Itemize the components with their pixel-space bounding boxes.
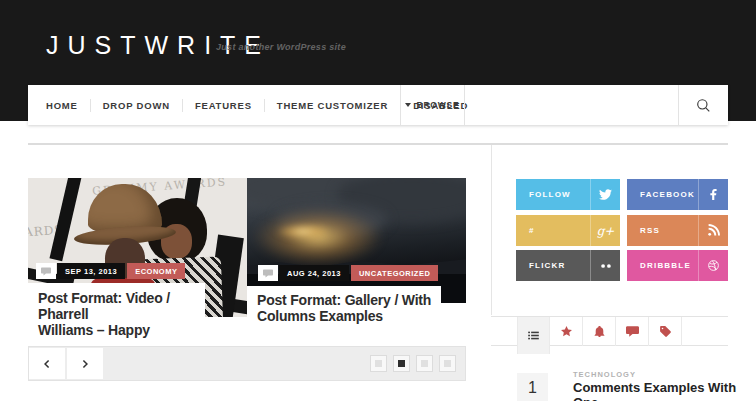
rss-icon — [707, 224, 720, 237]
social-button-rss[interactable]: RSS — [627, 215, 728, 246]
popular-post-category[interactable]: TECHNOLOGY — [573, 370, 636, 379]
page-dots — [371, 356, 455, 371]
browse-dropdown[interactable]: BROWSE — [400, 85, 465, 125]
twitter-icon — [599, 188, 612, 201]
comments-link[interactable] — [36, 263, 56, 279]
next-page-button[interactable] — [67, 348, 103, 379]
social-label: FOLLOW — [516, 190, 590, 199]
popular-post-title[interactable]: Comments Examples With One — [573, 380, 756, 401]
search-button[interactable] — [678, 85, 728, 125]
social-button-facebook[interactable]: FACEBOOK — [627, 179, 728, 210]
post-title-plate: Post Format: Video / Pharrell Williams –… — [28, 283, 205, 333]
post-title-line: Post Format: Gallery / With — [257, 292, 441, 308]
nav-item-theme-customizer[interactable]: THEME CUSTOMIZER — [265, 100, 400, 111]
list-icon — [527, 329, 540, 342]
caret-down-icon — [405, 103, 411, 107]
flickr-icon — [599, 259, 613, 273]
post-date: AUG 24, 2013 — [279, 265, 349, 281]
comments-link[interactable] — [258, 265, 278, 281]
post-category[interactable]: UNCATEGORIZED — [351, 265, 438, 281]
nav-item-features[interactable]: FEATURES — [183, 100, 264, 111]
popular-post-rank: 1 — [517, 373, 548, 401]
tag-icon — [659, 325, 672, 338]
social-label: # — [516, 226, 590, 235]
social-label: DRIBBBLE — [627, 261, 698, 270]
page-dot[interactable] — [371, 356, 386, 371]
page-dot-active[interactable] — [394, 356, 409, 371]
facebook-icon — [707, 188, 720, 201]
comment-icon — [263, 269, 273, 278]
post-meta: SEP 13, 2013 ECONOMY — [36, 263, 185, 279]
search-icon — [695, 97, 712, 114]
post-title-line: Columns Examples — [257, 308, 441, 324]
dribbble-icon — [707, 259, 720, 272]
social-button-google-plus[interactable]: # g+ — [516, 215, 620, 246]
tab-notifications[interactable] — [583, 317, 616, 346]
post-category[interactable]: ECONOMY — [127, 263, 185, 279]
social-label: FLICKR — [516, 261, 590, 270]
page-dot[interactable] — [440, 356, 455, 371]
chevron-right-icon — [78, 357, 92, 371]
main-navbar: HOME DROP DOWN FEATURES THEME CUSTOMIZER… — [28, 85, 728, 125]
prev-page-button[interactable] — [29, 348, 65, 379]
social-button-flickr[interactable]: FLICKR — [516, 250, 620, 281]
sidebar-divider — [491, 145, 492, 315]
content-top-divider — [28, 143, 728, 145]
backdrop-frame — [49, 178, 83, 261]
sunset-glow-core — [275, 224, 331, 239]
post-title-link[interactable]: Post Format: Video / Pharrell Williams –… — [38, 290, 205, 338]
post-date: SEP 13, 2013 — [57, 263, 125, 279]
nav-item-home[interactable]: HOME — [34, 100, 90, 111]
social-label: FACEBOOK — [627, 190, 698, 199]
social-label: RSS — [627, 226, 698, 235]
tab-tags[interactable] — [649, 317, 682, 346]
star-icon — [560, 325, 573, 338]
post-title-line: Williams – Happy — [38, 322, 205, 338]
comment-icon — [626, 325, 639, 338]
tab-popular-posts[interactable] — [550, 317, 583, 346]
page-dot[interactable] — [417, 356, 432, 371]
post-title-plate: Post Format: Gallery / With Columns Exam… — [247, 286, 441, 330]
social-button-dribbble[interactable]: DRIBBBLE — [627, 250, 728, 281]
tab-recent-posts[interactable] — [517, 317, 550, 354]
nav-item-drop-down[interactable]: DROP DOWN — [91, 100, 182, 111]
page: JUSTWRITE Just another WordPress site HO… — [0, 0, 756, 401]
site-tagline: Just another WordPress site — [216, 42, 346, 52]
tab-comments[interactable] — [616, 317, 649, 346]
pagination-bar — [28, 346, 466, 381]
sidebar-tabs — [491, 316, 728, 346]
post-title-link[interactable]: Post Format: Gallery / With Columns Exam… — [257, 292, 441, 324]
google-plus-icon: g+ — [597, 224, 615, 238]
social-button-twitter[interactable]: FOLLOW — [516, 179, 620, 210]
comment-icon — [41, 267, 51, 276]
post-thumbnail-seascape[interactable] — [247, 178, 466, 303]
bell-icon — [593, 325, 606, 338]
browse-label: BROWSE — [416, 100, 459, 110]
post-meta: AUG 24, 2013 UNCATEGORIZED — [258, 265, 438, 281]
chevron-left-icon — [40, 357, 54, 371]
post-title-line: Post Format: Video / Pharrell — [38, 290, 205, 322]
